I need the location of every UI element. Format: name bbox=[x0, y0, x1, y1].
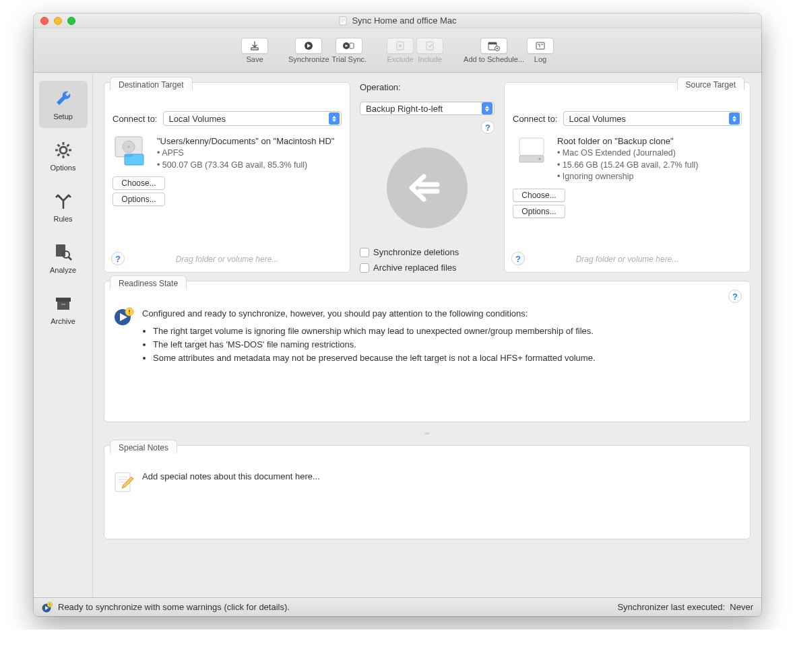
app-window: Sync Home and office Mac Save Synchroniz… bbox=[34, 13, 761, 616]
dest-filesystem: • APFS bbox=[157, 147, 342, 160]
src-title: Root folder on "Backup clone" bbox=[557, 135, 742, 147]
dest-capacity: • 500.07 GB (73.34 GB avail, 85.3% full) bbox=[157, 160, 342, 172]
branch-icon bbox=[53, 191, 74, 212]
readiness-help-button[interactable]: ? bbox=[728, 290, 742, 303]
notes-text-area[interactable]: Add special notes about this document he… bbox=[142, 471, 320, 481]
src-options-button[interactable]: Options... bbox=[513, 205, 565, 218]
wrench-icon bbox=[53, 88, 74, 110]
gear-icon bbox=[53, 139, 74, 161]
src-drag-hint: Drag folder or volume here... bbox=[505, 255, 750, 264]
sync-deletions-label: Synchronize deletions bbox=[373, 247, 459, 257]
operation-select[interactable]: Backup Right-to-left bbox=[360, 102, 495, 115]
destination-tab: Destination Target bbox=[110, 77, 193, 90]
dest-drag-hint: Drag folder or volume here... bbox=[104, 255, 350, 264]
svg-point-31 bbox=[50, 605, 51, 606]
readiness-condition: Some attributes and metadata may not be … bbox=[153, 351, 596, 365]
include-label: Include bbox=[418, 55, 441, 63]
dest-options-button[interactable]: Options... bbox=[113, 193, 165, 206]
dest-connect-select[interactable]: Local Volumes bbox=[163, 111, 342, 126]
exclude-label: Exclude bbox=[387, 55, 414, 63]
main-panel: Destination Target Connect to: Local Vol… bbox=[93, 73, 761, 597]
src-choose-button[interactable]: Choose... bbox=[513, 189, 565, 202]
source-panel: Source Target Connect to: Local Volumes bbox=[504, 82, 751, 273]
operation-help-button[interactable]: ? bbox=[481, 121, 495, 134]
svg-rect-15 bbox=[57, 302, 69, 310]
svg-rect-6 bbox=[426, 42, 433, 50]
sidebar: Setup Options Rules Analyze bbox=[34, 73, 93, 597]
sync-deletions-checkbox[interactable] bbox=[360, 248, 369, 257]
toolbar-save: Save bbox=[241, 38, 268, 63]
svg-rect-8 bbox=[488, 42, 497, 44]
status-bar: Ready to synchronize with some warnings … bbox=[34, 597, 761, 616]
trial-sync-button[interactable] bbox=[336, 38, 362, 54]
save-button[interactable] bbox=[241, 38, 268, 54]
src-filesystem: • Mac OS Extended (Journaled) bbox=[557, 147, 742, 160]
status-warning-icon bbox=[42, 602, 53, 613]
status-message[interactable]: Ready to synchronize with some warnings … bbox=[42, 602, 290, 613]
src-connect-label: Connect to: bbox=[513, 114, 558, 124]
operation-label: Operation: bbox=[360, 82, 495, 92]
targets-row: Destination Target Connect to: Local Vol… bbox=[104, 82, 751, 273]
src-connect-select[interactable]: Local Volumes bbox=[563, 111, 742, 126]
readiness-tab: Readiness State bbox=[110, 275, 187, 289]
direction-arrow-icon bbox=[387, 147, 468, 228]
operation-column: Operation: Backup Right-to-left ? Synchr… bbox=[360, 82, 495, 273]
content-area: Setup Options Rules Analyze bbox=[34, 73, 761, 597]
select-arrows-icon bbox=[482, 102, 492, 114]
select-arrows-icon bbox=[329, 112, 340, 125]
toolbar: Save Synchronize Trial Sync. Exclu bbox=[34, 28, 761, 73]
sidebar-item-archive[interactable]: Archive bbox=[39, 285, 88, 333]
window-title-text: Sync Home and office Mac bbox=[352, 15, 456, 26]
window-title: Sync Home and office Mac bbox=[34, 15, 761, 26]
status-last-executed: Synchronizer last executed: Never bbox=[617, 602, 753, 612]
svg-point-19 bbox=[127, 145, 130, 148]
notes-tab: Special Notes bbox=[110, 440, 177, 453]
svg-rect-10 bbox=[536, 42, 544, 49]
synchronize-button[interactable] bbox=[295, 38, 322, 54]
readiness-condition: The left target has 'MS-DOS' file naming… bbox=[153, 338, 596, 351]
sidebar-item-options[interactable]: Options bbox=[39, 132, 88, 179]
add-schedule-label: Add to Schedule... bbox=[464, 55, 524, 63]
src-ownership: • Ignoring ownership bbox=[557, 171, 742, 183]
dest-title: "Users/kenny/Documents" on "Macintosh HD… bbox=[157, 135, 342, 147]
save-label: Save bbox=[246, 55, 263, 63]
trial-sync-label: Trial Sync. bbox=[332, 55, 367, 63]
sidebar-item-rules[interactable]: Rules bbox=[39, 183, 88, 230]
dest-choose-button[interactable]: Choose... bbox=[113, 176, 165, 190]
archive-replaced-label: Archive replaced files bbox=[373, 263, 457, 273]
sidebar-item-setup[interactable]: Setup bbox=[39, 81, 88, 128]
internal-disk-folder-icon bbox=[113, 135, 150, 166]
svg-rect-12 bbox=[56, 244, 65, 257]
exclude-button[interactable] bbox=[387, 38, 414, 54]
magnifier-icon bbox=[53, 242, 74, 263]
svg-point-11 bbox=[60, 147, 67, 154]
external-disk-icon bbox=[513, 135, 550, 166]
svg-rect-14 bbox=[56, 298, 71, 302]
toolbar-schedule-log-group: Add to Schedule... Log bbox=[464, 38, 554, 63]
include-button[interactable] bbox=[416, 38, 443, 54]
select-arrows-icon bbox=[729, 112, 740, 125]
dest-connect-label: Connect to: bbox=[113, 114, 158, 124]
svg-rect-21 bbox=[125, 154, 133, 157]
svg-rect-22 bbox=[519, 138, 544, 156]
readiness-panel: Readiness State ? Configured and ready t… bbox=[104, 281, 751, 422]
svg-rect-1 bbox=[251, 48, 258, 50]
document-icon bbox=[338, 16, 348, 26]
add-schedule-button[interactable] bbox=[480, 38, 507, 54]
src-capacity: • 15.66 GB (15.24 GB avail, 2.7% full) bbox=[557, 160, 742, 172]
log-label: Log bbox=[534, 55, 546, 63]
log-button[interactable] bbox=[527, 38, 554, 54]
source-tab: Source Target bbox=[677, 77, 745, 90]
notes-panel: Special Notes Add special notes about th… bbox=[104, 445, 751, 539]
readiness-headline: Configured and ready to synchronize, how… bbox=[142, 307, 596, 321]
svg-rect-16 bbox=[61, 304, 65, 305]
svg-rect-4 bbox=[350, 43, 354, 48]
svg-rect-0 bbox=[340, 17, 346, 25]
play-warning-icon bbox=[114, 307, 134, 327]
panel-resize-grip[interactable]: ═ bbox=[104, 430, 751, 437]
toolbar-sync-group: Synchronize Trial Sync. bbox=[288, 38, 367, 63]
sidebar-item-analyze[interactable]: Analyze bbox=[39, 234, 88, 281]
archive-box-icon bbox=[53, 293, 74, 314]
archive-replaced-checkbox[interactable] bbox=[360, 263, 369, 273]
note-pencil-icon bbox=[114, 471, 134, 496]
